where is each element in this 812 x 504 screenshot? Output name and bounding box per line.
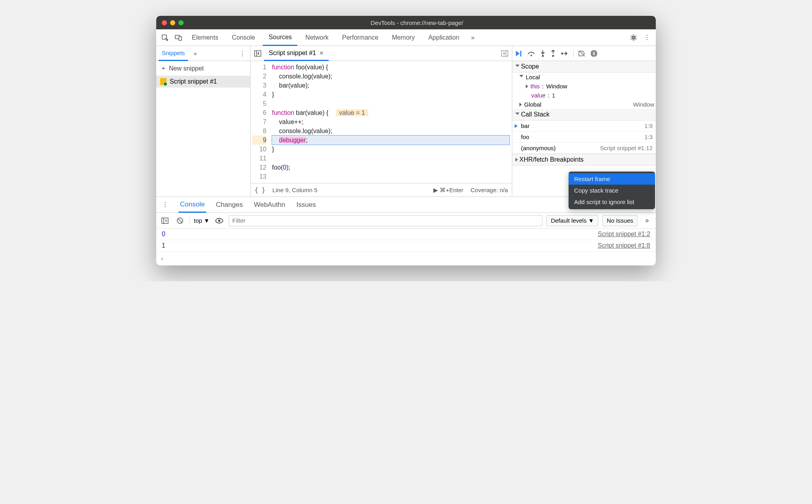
coverage-status: Coverage: n/a	[471, 187, 508, 193]
settings-icon[interactable]	[628, 32, 639, 43]
drawer-tab-changes[interactable]: Changes	[214, 197, 244, 213]
tab-performance[interactable]: Performance	[337, 29, 384, 46]
device-toggle-icon[interactable]	[173, 32, 184, 43]
code-editor[interactable]: 12345678910111213 function foo(value) { …	[251, 61, 512, 183]
tab-sources[interactable]: Sources	[263, 29, 297, 46]
editor-tabs: Script snippet #1 ✕	[251, 46, 512, 61]
scope-value[interactable]: value: 1	[512, 91, 656, 100]
xhr-breakpoints-header[interactable]: XHR/fetch Breakpoints	[512, 154, 656, 166]
run-snippet-button[interactable]: ▶ ⌘+Enter	[433, 187, 463, 194]
console-log-row[interactable]: 0Script snippet #1:2	[156, 229, 656, 240]
step-out-icon[interactable]	[550, 50, 556, 57]
svg-point-6	[530, 55, 532, 56]
svg-point-8	[552, 55, 554, 57]
filter-input[interactable]	[229, 215, 543, 226]
editor-tab-label: Script snippet #1	[269, 50, 316, 57]
zoom-window-icon[interactable]	[178, 20, 184, 25]
pretty-print-icon[interactable]: { }	[255, 187, 265, 194]
drawer-tab-webauthn[interactable]: WebAuthn	[252, 197, 287, 213]
devtools-window: DevTools - chrome://new-tab-page/ Elemen…	[156, 16, 656, 265]
step-over-icon[interactable]	[527, 50, 535, 57]
callstack-body: bar1:9 foo1:3 (anonymous)Script snippet …	[512, 120, 656, 154]
ctx-copy-stack-trace[interactable]: Copy stack trace	[569, 185, 655, 196]
toggle-debugger-icon[interactable]	[499, 48, 510, 59]
inspect-icon[interactable]	[159, 32, 170, 43]
editor-status-bar: { } Line 9, Column 5 ▶ ⌘+Enter Coverage:…	[251, 183, 512, 197]
titlebar: DevTools - chrome://new-tab-page/	[156, 16, 656, 29]
context-selector[interactable]: top ▼	[194, 217, 210, 224]
console-toolbar: top ▼ Default levels ▼ No Issues	[156, 213, 656, 229]
svg-rect-11	[594, 52, 595, 55]
stack-frame[interactable]: (anonymous)Script snippet #1:12	[512, 143, 656, 154]
sidebar-menu-icon[interactable]: ⋮	[237, 48, 248, 59]
window-title: DevTools - chrome://new-tab-page/	[184, 19, 650, 26]
code-content[interactable]: function foo(value) { console.log(value)…	[270, 61, 512, 183]
console-output: 0Script snippet #1:2 1Script snippet #1:…	[156, 229, 656, 265]
close-window-icon[interactable]	[162, 20, 167, 25]
tab-network[interactable]: Network	[300, 29, 334, 46]
main-tab-bar: Elements Console Sources Network Perform…	[156, 29, 656, 46]
debug-toolbar	[512, 46, 656, 61]
drawer-tab-console[interactable]: Console	[178, 197, 206, 213]
scope-global[interactable]: GlobalWindow	[512, 100, 656, 109]
ctx-add-ignore-list[interactable]: Add script to ignore list	[569, 196, 655, 208]
new-snippet-button[interactable]: ＋ New snippet	[156, 61, 250, 76]
ctx-restart-frame[interactable]: Restart frame	[569, 173, 655, 185]
plus-icon: ＋	[160, 64, 167, 73]
step-icon[interactable]	[561, 51, 569, 56]
cursor-position: Line 9, Column 5	[272, 187, 317, 193]
svg-rect-10	[593, 52, 594, 55]
editor-pane: Script snippet #1 ✕ 12345678910111213 fu…	[251, 46, 512, 197]
step-into-icon[interactable]	[540, 50, 546, 57]
scope-header[interactable]: Scope	[512, 61, 656, 73]
issues-button[interactable]: No Issues	[602, 215, 638, 226]
svg-rect-2	[179, 36, 182, 40]
scope-local[interactable]: Local	[512, 73, 656, 82]
console-sidebar-icon[interactable]	[159, 215, 170, 226]
sidebar-tabs: Snippets » ⋮	[156, 46, 250, 61]
pause-exceptions-icon[interactable]	[590, 50, 598, 57]
svg-point-7	[542, 55, 544, 57]
tab-elements[interactable]: Elements	[186, 29, 224, 46]
navigator-sidebar: Snippets » ⋮ ＋ New snippet Script snippe…	[156, 46, 251, 197]
tab-memory[interactable]: Memory	[386, 29, 420, 46]
close-tab-icon[interactable]: ✕	[319, 50, 324, 56]
svg-point-9	[561, 52, 563, 54]
snippet-label: Script snippet #1	[170, 78, 217, 85]
console-settings-icon[interactable]	[642, 215, 653, 226]
drawer-menu-icon[interactable]: ⋮	[159, 199, 170, 210]
console-prompt[interactable]: ›	[156, 252, 656, 265]
window-controls	[162, 20, 184, 25]
more-tabs-icon[interactable]: »	[467, 32, 478, 43]
snippet-item[interactable]: Script snippet #1	[156, 76, 250, 88]
stack-frame[interactable]: foo1:3	[512, 132, 656, 143]
tab-application[interactable]: Application	[423, 29, 465, 46]
stack-frame[interactable]: bar1:9	[512, 120, 656, 132]
resume-icon[interactable]	[515, 50, 523, 57]
context-menu: Restart frame Copy stack trace Add scrip…	[569, 172, 655, 209]
new-snippet-label: New snippet	[169, 65, 204, 72]
drawer-tab-issues[interactable]: Issues	[295, 197, 318, 213]
tab-console[interactable]: Console	[226, 29, 261, 46]
minimize-window-icon[interactable]	[170, 20, 175, 25]
svg-point-15	[218, 220, 220, 222]
console-log-row[interactable]: 1Script snippet #1:8	[156, 240, 656, 252]
log-levels-selector[interactable]: Default levels ▼	[546, 215, 598, 226]
snippet-file-icon	[160, 78, 167, 85]
editor-tab[interactable]: Script snippet #1 ✕	[264, 46, 329, 61]
svg-rect-12	[162, 218, 168, 223]
clear-console-icon[interactable]	[174, 215, 186, 226]
deactivate-breakpoints-icon[interactable]	[578, 50, 586, 57]
scope-this[interactable]: this: Window	[512, 82, 656, 91]
scope-body: Local this: Window value: 1 GlobalWindow	[512, 73, 656, 109]
toggle-navigator-icon[interactable]	[252, 48, 263, 59]
sidebar-tab-snippets[interactable]: Snippets	[159, 46, 188, 61]
kebab-menu-icon[interactable]: ⋮	[642, 32, 653, 43]
line-gutter: 12345678910111213	[251, 61, 270, 183]
live-expression-icon[interactable]	[214, 215, 225, 226]
more-sidebar-tabs-icon[interactable]: »	[190, 48, 201, 59]
callstack-header[interactable]: Call Stack	[512, 109, 656, 120]
